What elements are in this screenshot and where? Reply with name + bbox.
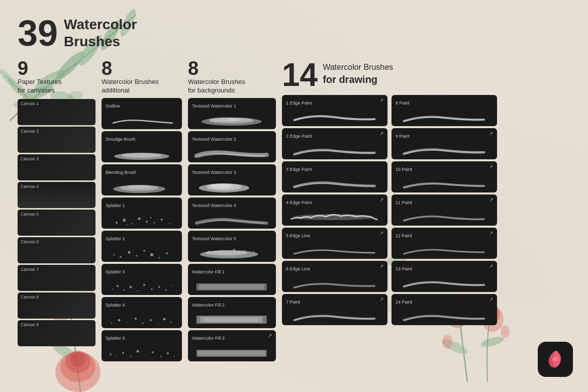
list-item: Canvas 3 xyxy=(18,154,95,180)
svg-point-74 xyxy=(122,352,124,354)
main-number: 39 xyxy=(18,15,58,51)
drawing-section: 14 Watercolor Brushes for drawing 1 Edge… xyxy=(282,59,570,327)
columns-container: 9 Paper Textures for canvases Canvas 1 C… xyxy=(18,59,570,382)
svg-point-69 xyxy=(157,324,158,325)
svg-point-80 xyxy=(167,352,169,354)
svg-point-44 xyxy=(150,217,152,218)
list-item: Blending Brush xyxy=(102,164,182,195)
drawing-desc: Watercolor Brushes for drawing xyxy=(323,59,393,86)
arrow-icon: ↗ xyxy=(489,131,493,136)
list-item: Smudge Brush xyxy=(102,131,182,162)
drawing-header: 14 Watercolor Brushes for drawing xyxy=(282,59,570,91)
list-item: 9 Paint ↗ xyxy=(391,128,497,159)
arrow-icon: ↗ xyxy=(379,297,383,302)
svg-point-64 xyxy=(118,319,121,321)
list-item: Outline xyxy=(102,98,182,129)
svg-point-67 xyxy=(142,322,144,324)
svg-point-103 xyxy=(293,214,374,220)
svg-point-93 xyxy=(233,249,235,251)
arrow-icon: ↗ xyxy=(379,97,383,103)
svg-point-63 xyxy=(111,322,113,324)
arrow-icon: ↗ xyxy=(489,197,493,203)
svg-point-39 xyxy=(146,221,148,223)
svg-point-72 xyxy=(110,353,112,355)
svg-rect-100 xyxy=(204,318,259,322)
svg-point-71 xyxy=(170,321,172,323)
list-item: 7 Paint ↗ xyxy=(282,294,387,325)
svg-point-77 xyxy=(145,355,146,356)
arrow-icon: ↗ xyxy=(379,131,383,136)
main-title-text: Watercolor Brushes xyxy=(64,16,137,50)
svg-point-75 xyxy=(130,355,132,357)
list-item: Textured Watercolor 1 xyxy=(188,98,276,129)
svg-point-43 xyxy=(127,224,128,225)
list-item: 6 Edge Line ↗ xyxy=(282,261,387,292)
svg-point-59 xyxy=(151,288,153,289)
svg-point-36 xyxy=(123,219,126,222)
additional-header: 8 Watercolor Brushes additional xyxy=(102,59,182,95)
svg-point-41 xyxy=(161,219,163,221)
svg-point-37 xyxy=(131,223,133,224)
arrow-icon: ↗ xyxy=(489,230,493,236)
list-item: Canvas 2 xyxy=(18,127,95,153)
list-item: Textured Watercolor 4 xyxy=(188,198,276,229)
svg-point-53 xyxy=(112,288,113,289)
svg-point-76 xyxy=(137,350,139,352)
list-item: 3 Edge Paint xyxy=(282,161,387,192)
list-item: 11 Paint ↗ xyxy=(391,194,497,226)
svg-point-51 xyxy=(159,257,160,258)
svg-point-104 xyxy=(553,356,558,361)
list-item: 2 Edge Paint ↗ xyxy=(282,128,387,159)
svg-point-92 xyxy=(221,250,222,251)
backgrounds-header: 8 Watercolor Brushes for backgrounds xyxy=(188,59,276,95)
svg-point-46 xyxy=(120,256,122,258)
arrow-icon: ↗ xyxy=(489,164,493,169)
svg-point-95 xyxy=(254,251,255,252)
list-item: 4 Edge Paint ↗ xyxy=(282,194,387,226)
list-item: 14 Paint ↗ xyxy=(391,294,497,325)
drawing-cols: 1 Edge Paint ↗ 2 Edge Paint ↗ xyxy=(282,95,570,327)
list-item: Watercolor Fill 3 ↗ xyxy=(188,330,276,361)
col-paint: 8 Paint 9 Paint ↗ xyxy=(391,95,497,327)
svg-point-78 xyxy=(152,351,154,353)
svg-point-60 xyxy=(158,286,160,288)
svg-point-34 xyxy=(127,185,152,189)
svg-point-57 xyxy=(137,290,138,291)
svg-point-61 xyxy=(165,289,167,290)
svg-point-50 xyxy=(150,253,153,256)
svg-point-55 xyxy=(124,289,125,290)
list-item: Splatter 5 xyxy=(102,330,182,361)
arrow-icon: ↗ xyxy=(489,297,493,302)
svg-point-56 xyxy=(130,285,132,288)
col-additional: 8 Watercolor Brushes additional Outline … xyxy=(102,59,182,363)
svg-point-88 xyxy=(211,183,233,188)
arrow-icon: ↗ xyxy=(489,263,493,269)
svg-point-52 xyxy=(166,252,168,254)
list-item: Textured Watercolor 2 xyxy=(188,131,276,162)
list-item: Splatter 4 xyxy=(102,297,182,328)
list-item: Canvas 5 xyxy=(18,210,95,236)
list-item: Canvas 6 xyxy=(18,237,95,263)
list-item: 1 Edge Paint ↗ xyxy=(282,95,387,126)
list-item: 12 Paint ↗ xyxy=(391,228,497,259)
list-item: Canvas 9 xyxy=(18,320,95,346)
svg-point-48 xyxy=(136,255,138,256)
list-item: Splatter 3 xyxy=(102,264,182,295)
list-item: Watercolor Fill 2 xyxy=(188,297,276,328)
arrow-icon: ↗ xyxy=(379,263,383,269)
header: 39 Watercolor Brushes xyxy=(18,15,570,51)
main-content: 39 Watercolor Brushes 9 Paper Textures f… xyxy=(0,0,588,392)
list-item: 13 Paint ↗ xyxy=(391,261,497,292)
svg-point-38 xyxy=(138,217,141,220)
list-item: Splatter 1 xyxy=(102,198,182,229)
svg-point-70 xyxy=(163,318,166,320)
canvas-list: Canvas 1 Canvas 2 Canvas 3 Canvas 4 Canv… xyxy=(18,99,95,346)
svg-point-45 xyxy=(114,254,115,255)
svg-point-47 xyxy=(128,251,131,253)
svg-point-65 xyxy=(127,322,128,323)
col-paper-textures: 9 Paper Textures for canvases Canvas 1 C… xyxy=(18,59,95,348)
svg-point-68 xyxy=(150,319,152,321)
svg-point-73 xyxy=(116,356,117,357)
list-item: 5 Edge Line ↗ xyxy=(282,228,387,259)
procreate-logo xyxy=(538,342,573,377)
